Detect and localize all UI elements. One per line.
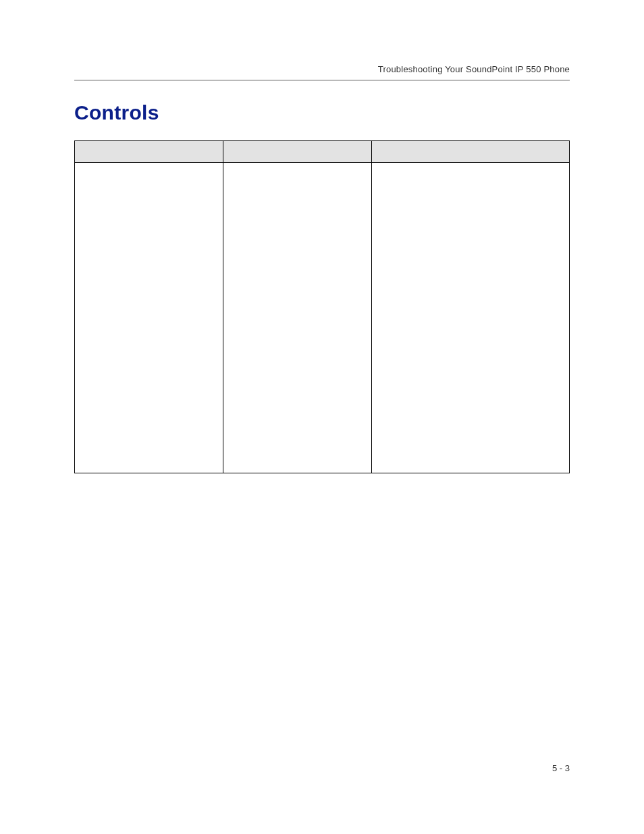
page: Troubleshooting Your SoundPoint IP 550 P…: [0, 0, 644, 834]
running-head: Troubleshooting Your SoundPoint IP 550 P…: [74, 64, 570, 80]
table-header-row: [75, 141, 570, 163]
table-cell: [223, 163, 371, 473]
table-header-cell: [223, 141, 371, 163]
table-header-cell: [371, 141, 569, 163]
table-header-cell: [75, 141, 223, 163]
header-rule: [74, 80, 570, 81]
table-cell: [75, 163, 223, 473]
section-title: Controls: [74, 101, 570, 124]
controls-table: [74, 140, 570, 473]
table-row: [75, 163, 570, 473]
page-number: 5 - 3: [552, 763, 570, 773]
table-cell: [371, 163, 569, 473]
